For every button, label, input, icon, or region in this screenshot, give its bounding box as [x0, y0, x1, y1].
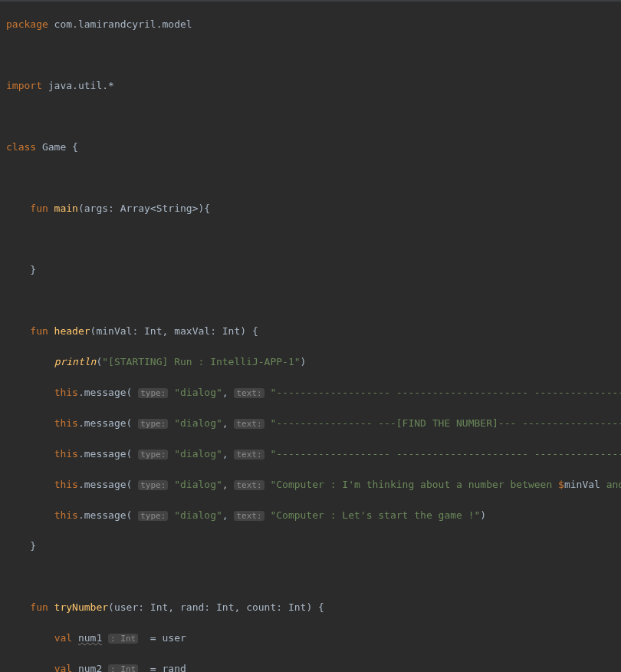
string-literal: "Computer : Let's start the game !"	[270, 509, 480, 521]
param-hint-text: text:	[234, 419, 264, 429]
comma: ,	[222, 448, 228, 460]
comma: ,	[222, 509, 228, 521]
string-literal: "------------------- -------------------…	[270, 387, 621, 398]
comma: ,	[222, 387, 228, 398]
type-hint-int: : Int	[108, 634, 138, 644]
param-hint-type: type:	[138, 450, 168, 460]
package-path: com.lamirandcyril.model	[48, 18, 192, 30]
param-hint-text: text:	[234, 450, 264, 460]
keyword-this: this	[54, 509, 78, 521]
try-sig-c: count: Int) {	[246, 601, 324, 613]
string-literal: "dialog"	[174, 509, 222, 521]
fn-println: println	[54, 356, 97, 367]
string-literal: "[STARTING] Run : IntelliJ-APP-1"	[102, 356, 300, 367]
param-hint-text: text:	[234, 388, 264, 398]
try-sig-a: (user: Int	[108, 601, 168, 613]
call-message: .message(	[78, 479, 132, 490]
string-literal: "dialog"	[174, 387, 222, 398]
comma: ,	[168, 601, 180, 613]
string-literal: "dialog"	[174, 417, 222, 429]
string-literal: and	[600, 479, 621, 490]
keyword-this: this	[54, 479, 78, 490]
brace-close: }	[30, 540, 36, 552]
param-hint-text: text:	[234, 480, 264, 490]
keyword-this: this	[54, 417, 78, 429]
string-literal: "Computer : I'm thinking about a number …	[270, 479, 558, 490]
try-sig-b: rand: Int	[180, 601, 234, 613]
paren-close: )	[301, 356, 307, 367]
paren-close: )	[480, 509, 486, 521]
keyword-val: val	[54, 663, 72, 672]
fn-header: header	[48, 325, 90, 337]
main-sig: (args: Array<String>){	[78, 203, 210, 214]
keyword-this: this	[54, 387, 78, 398]
comma: ,	[222, 417, 228, 429]
keyword-fun: fun	[30, 203, 48, 214]
assign-rand: = rand	[144, 663, 186, 672]
type-hint-int: : Int	[108, 664, 138, 672]
keyword-this: this	[54, 448, 78, 460]
header-sig-a: (minVal: Int	[90, 325, 163, 337]
string-literal: "---------------- ---[FIND THE NUMBER]--…	[270, 417, 621, 429]
keyword-val: val	[54, 632, 72, 644]
fn-main: main	[48, 203, 78, 214]
import-path: java.util.*	[42, 80, 114, 91]
keyword-package: package	[6, 18, 48, 30]
header-sig-b: maxVal: Int) {	[174, 325, 258, 337]
code-editor[interactable]: package com.lamirandcyril.model import j…	[0, 2, 621, 672]
template-var: minVal	[564, 479, 600, 490]
comma: ,	[234, 601, 246, 613]
fn-trynumber: tryNumber	[48, 601, 108, 613]
brace-close: }	[30, 264, 36, 275]
param-hint-type: type:	[138, 480, 168, 490]
param-hint-type: type:	[138, 419, 168, 429]
string-literal: "dialog"	[174, 448, 222, 460]
var-num2: num2	[78, 663, 102, 672]
keyword-class: class	[6, 141, 36, 153]
comma: ,	[163, 325, 175, 337]
call-message: .message(	[78, 417, 132, 429]
string-literal: "------------------- -------------------…	[270, 448, 621, 460]
assign-user: = user	[144, 632, 186, 644]
keyword-fun: fun	[30, 325, 48, 337]
class-name: Game {	[36, 141, 78, 153]
call-message: .message(	[78, 448, 132, 460]
call-message: .message(	[78, 509, 132, 521]
call-message: .message(	[78, 387, 132, 398]
keyword-import: import	[6, 80, 42, 91]
keyword-fun: fun	[30, 601, 48, 613]
param-hint-text: text:	[234, 511, 264, 521]
param-hint-type: type:	[138, 388, 168, 398]
var-num1: num1	[78, 632, 102, 644]
param-hint-type: type:	[138, 511, 168, 521]
comma: ,	[222, 479, 228, 490]
string-literal: "dialog"	[174, 479, 222, 490]
template-dollar: $	[558, 479, 564, 490]
